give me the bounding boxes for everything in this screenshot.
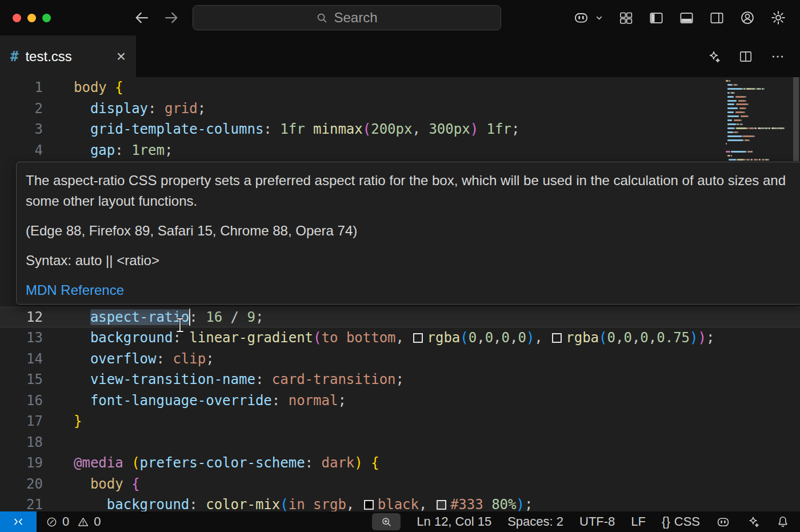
- color-swatch[interactable]: [437, 500, 446, 510]
- eol-setting[interactable]: LF: [631, 514, 646, 529]
- line-number: 14: [0, 349, 43, 370]
- line-number: 12: [0, 307, 43, 328]
- css-file-icon: #: [10, 49, 18, 65]
- code-line-15[interactable]: 15 view-transition-name: card-transition…: [0, 369, 800, 390]
- minimize-window-button[interactable]: [27, 14, 36, 22]
- sparkle-icon[interactable]: [706, 49, 721, 64]
- close-tab-icon[interactable]: ×: [117, 49, 126, 65]
- indentation-setting[interactable]: Spaces: 2: [507, 514, 563, 529]
- tooltip-browser-support: (Edge 88, Firefox 89, Safari 15, Chrome …: [26, 221, 790, 241]
- code-line-2[interactable]: 2 display: grid;: [0, 98, 800, 119]
- copilot-icon: [716, 515, 730, 529]
- chevron-down-icon[interactable]: [595, 14, 603, 22]
- toggle-primary-sidebar-icon[interactable]: [649, 10, 664, 26]
- color-swatch[interactable]: [413, 333, 423, 343]
- remote-indicator[interactable]: [0, 511, 37, 532]
- line-number: 18: [0, 432, 43, 453]
- bell-icon: [776, 515, 790, 529]
- copilot-icon[interactable]: [573, 10, 589, 26]
- command-center-search[interactable]: Search: [193, 5, 501, 30]
- chat-sparkle-button[interactable]: [746, 515, 760, 529]
- customize-layout-icon[interactable]: [618, 10, 634, 26]
- hover-tooltip: The aspect-ratio CSS property sets a pre…: [16, 162, 800, 305]
- code-line-13[interactable]: 13 background: linear-gradient(to bottom…: [0, 327, 800, 349]
- toggle-secondary-sidebar-icon[interactable]: [709, 10, 725, 26]
- forward-arrow-icon[interactable]: [163, 9, 180, 26]
- code-line-18[interactable]: 18: [0, 432, 800, 453]
- search-placeholder: Search: [334, 10, 377, 26]
- warning-count: 0: [94, 514, 101, 529]
- back-arrow-icon[interactable]: [133, 9, 150, 26]
- vscode-window: Search: [0, 0, 800, 532]
- code-line-4[interactable]: 4 gap: 1rem;: [0, 140, 800, 161]
- line-number: 19: [0, 453, 43, 474]
- encoding-setting[interactable]: UTF-8: [579, 514, 615, 529]
- code-line-16[interactable]: 16 font-language-override: normal;: [0, 390, 800, 411]
- titlebar: Search: [0, 0, 800, 35]
- line-number: 15: [0, 369, 43, 390]
- tab-bar: # test.css ×: [0, 35, 800, 77]
- tooltip-description: The aspect-ratio CSS property sets a pre…: [26, 170, 790, 211]
- mdn-reference-link[interactable]: MDN Reference: [26, 280, 124, 301]
- language-mode[interactable]: {} CSS: [662, 514, 700, 529]
- color-swatch[interactable]: [364, 500, 374, 510]
- window-controls: [0, 14, 74, 22]
- editor[interactable]: 1body {2 display: grid;3 grid-template-c…: [0, 77, 800, 511]
- search-icon: [315, 11, 328, 24]
- line-number: 13: [0, 327, 43, 349]
- more-actions-icon[interactable]: [770, 49, 785, 64]
- toggle-panel-icon[interactable]: [679, 10, 694, 26]
- split-editor-icon[interactable]: [738, 49, 753, 64]
- account-icon[interactable]: [739, 10, 755, 26]
- zoom-in-icon: [381, 516, 393, 528]
- code-line-12[interactable]: 12 aspect-ratio: 16 / 9;: [0, 307, 800, 328]
- tab-label: test.css: [25, 49, 71, 65]
- zoom-window-button[interactable]: [42, 14, 51, 22]
- line-number: 20: [0, 474, 43, 495]
- settings-gear-icon[interactable]: [770, 10, 786, 26]
- color-swatch[interactable]: [552, 333, 562, 343]
- line-number: 16: [0, 390, 43, 411]
- warnings-icon: [77, 516, 89, 528]
- sparkle-icon: [746, 515, 760, 529]
- code-line-1[interactable]: 1body {: [0, 77, 800, 98]
- tab-test-css[interactable]: # test.css ×: [0, 35, 136, 77]
- tooltip-syntax: Syntax: auto || <ratio>: [26, 250, 790, 271]
- code-line-21[interactable]: 21 background: color-mix(in srgb, black,…: [0, 494, 800, 511]
- problems-indicator[interactable]: 0 0: [37, 514, 114, 529]
- code-line-19[interactable]: 19@media (prefers-color-scheme: dark) {: [0, 453, 800, 474]
- code-line-3[interactable]: 3 grid-template-columns: 1fr minmax(200p…: [0, 119, 800, 140]
- status-bar: 0 0 Ln 12, Col 15 Spaces: 2 UTF-8 LF {} …: [0, 511, 800, 532]
- remote-icon: [12, 515, 25, 528]
- code-line-20[interactable]: 20 body {: [0, 474, 800, 495]
- error-count: 0: [62, 514, 69, 529]
- zoom-button[interactable]: [372, 513, 401, 530]
- code-line-17[interactable]: 17}: [0, 411, 800, 432]
- scrollbar-slider[interactable]: [793, 77, 799, 161]
- line-number: 3: [0, 119, 43, 140]
- errors-icon: [46, 516, 58, 528]
- copilot-status[interactable]: [716, 515, 730, 529]
- code-line-14[interactable]: 14 overflow: clip;: [0, 349, 800, 370]
- line-number: 21: [0, 494, 43, 511]
- line-number: 1: [0, 77, 43, 98]
- close-window-button[interactable]: [13, 14, 21, 22]
- notifications-button[interactable]: [776, 515, 790, 529]
- line-number: 17: [0, 411, 43, 432]
- line-number: 2: [0, 98, 43, 119]
- line-number: 4: [0, 140, 43, 161]
- text-caret: [189, 309, 190, 326]
- braces-icon: {}: [662, 514, 670, 529]
- cursor-position[interactable]: Ln 12, Col 15: [417, 514, 491, 529]
